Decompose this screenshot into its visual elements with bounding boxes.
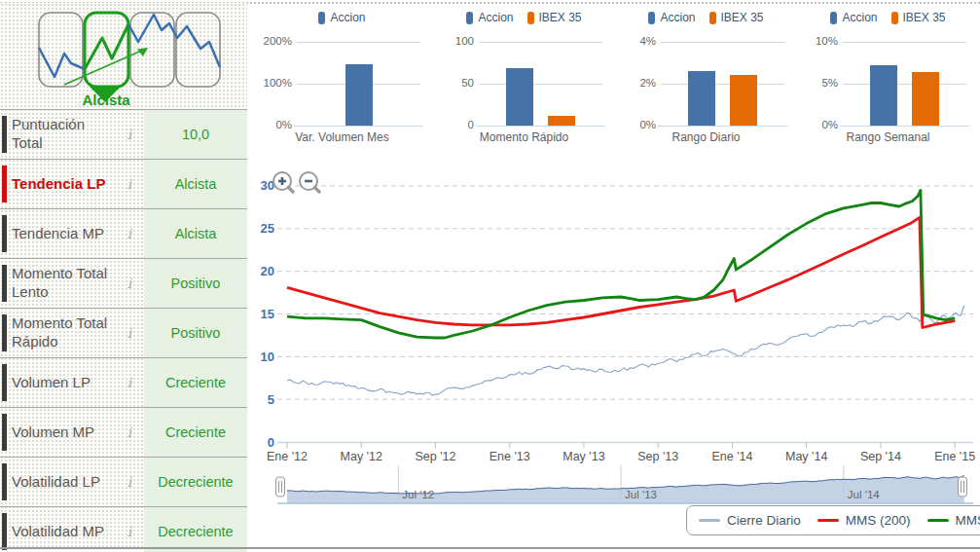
legend-item-accion[interactable]: Accion: [648, 11, 695, 24]
mini-chart-title: Var. Volumen Mes: [251, 130, 433, 144]
main-chart-canvas: 051015202530Ene '12May '12Sep '12Ene '13…: [251, 156, 980, 547]
gridline: [661, 84, 784, 85]
bar-ibex-35: [730, 75, 757, 126]
info-icon[interactable]: i: [117, 358, 142, 407]
mini-chart-legend: AccionIBEX 35: [433, 11, 615, 24]
legend-item-ibex-35[interactable]: IBEX 35: [709, 11, 764, 24]
score-value-momento-total-lento: Positivo: [144, 259, 247, 308]
legend-marker-icon: [648, 12, 655, 24]
legend-label: Accion: [478, 11, 513, 24]
gridline: [479, 84, 602, 85]
navigator-label: Jul '14: [848, 489, 880, 500]
chart-legend: Cierre DiarioMMS (200)MMS (40): [686, 505, 980, 535]
main-y-tick-label: 5: [268, 392, 274, 407]
score-value-tendencia-mp: Alcista: [144, 209, 247, 258]
legend-item-ibex-35[interactable]: IBEX 35: [891, 11, 946, 24]
gridline: [843, 84, 966, 85]
legend-line-marker-icon: [817, 519, 839, 522]
legend-label: IBEX 35: [539, 11, 582, 24]
trend-zigzag-blue-left: [39, 48, 85, 77]
main-x-tick-label: Ene '15: [934, 450, 975, 463]
score-label-volumen-lp: Volumen LP: [7, 358, 117, 407]
y-tick-label: 2%: [615, 77, 656, 89]
main-x-tick-label: May '12: [341, 450, 382, 463]
main-chart: 051015202530Ene '12May '12Sep '12Ene '13…: [251, 156, 980, 547]
score-row-volumen-lp: Volumen LPiCreciente: [0, 357, 247, 407]
mini-chart-legend: AccionIBEX 35: [615, 11, 797, 24]
score-label-momento-total-lento: Momento Total Lento: [7, 259, 117, 308]
info-icon[interactable]: i: [117, 458, 142, 506]
info-icon[interactable]: i: [117, 507, 142, 552]
mini-chart-var-volumen-mes: Accion200%100%0%Var. Volumen Mes: [251, 3, 433, 156]
info-icon[interactable]: i: [117, 408, 142, 457]
series-mms-200-: [287, 217, 955, 327]
legend-label: Accion: [842, 11, 877, 24]
legend-line-marker-icon: [699, 519, 720, 522]
legend-item-mms-200-[interactable]: MMS (200): [817, 513, 911, 528]
main-y-tick-label: 10: [261, 350, 274, 364]
main-x-tick-label: Sep '13: [637, 450, 678, 463]
score-value-tendencia-lp: Alcista: [144, 160, 247, 208]
bar-accion: [506, 68, 533, 126]
info-icon[interactable]: i: [117, 209, 142, 258]
navigator-handle-right[interactable]: [959, 477, 967, 497]
legend-item-mms-40-[interactable]: MMS (40): [927, 513, 980, 528]
score-value-momento-total-rapido: Positivo: [144, 309, 247, 357]
mini-chart-momento-rapido: AccionIBEX 35100500Momento Rápido: [433, 3, 615, 156]
y-tick-label: 0%: [615, 119, 656, 130]
legend-label: MMS (200): [846, 513, 911, 528]
bar-accion: [688, 71, 715, 126]
x-axis-line: [294, 126, 423, 127]
gridline: [297, 42, 420, 43]
navigator-handle-left[interactable]: [276, 477, 285, 497]
y-tick-label: 5%: [797, 77, 838, 89]
score-label-momento-total-rapido: Momento Total Rápido: [7, 309, 117, 357]
score-label-tendencia-mp: Tendencia MP: [7, 209, 117, 258]
main-x-tick-label: May '14: [785, 450, 827, 463]
main-y-tick-label: 30: [261, 178, 274, 193]
mini-chart-title: Rango Diario: [615, 130, 797, 144]
bar-ibex-35: [912, 72, 939, 126]
legend-marker-icon: [466, 12, 473, 24]
info-icon[interactable]: i: [117, 160, 142, 208]
trend-option-bajista-fuerte[interactable]: [39, 13, 83, 87]
bar-accion: [345, 64, 373, 126]
score-label-tendencia-lp: Tendencia LP: [7, 160, 117, 208]
info-icon[interactable]: i: [117, 259, 142, 308]
info-icon[interactable]: i: [117, 309, 142, 357]
legend-item-accion[interactable]: Accion: [466, 11, 513, 24]
y-tick-label: 50: [433, 77, 474, 89]
legend-item-cierre-diario[interactable]: Cierre Diario: [699, 513, 801, 528]
score-table: Puntuación Totali10,0Tendencia LPiAlcist…: [0, 109, 247, 548]
score-row-volatilidad-mp: Volatilidad MPiDecreciente: [0, 506, 247, 552]
mini-chart-title: Momento Rápido: [433, 130, 615, 144]
legend-item-accion[interactable]: Accion: [830, 11, 877, 24]
score-row-volatilidad-lp: Volatilidad LPiDecreciente: [0, 457, 247, 506]
main-y-tick-label: 20: [261, 264, 274, 278]
y-tick-label: 0%: [251, 119, 292, 130]
mini-chart-rango-diario: AccionIBEX 354%2%0%Rango Diario: [615, 3, 797, 156]
main-x-tick-label: May '13: [563, 450, 604, 463]
x-axis-line: [658, 126, 787, 127]
navigator-label: Jul '13: [625, 489, 657, 500]
score-row-momento-total-rapido: Momento Total RápidoiPositivo: [0, 308, 247, 357]
gridline: [843, 42, 966, 43]
legend-marker-icon: [318, 12, 325, 24]
score-row-tendencia-mp: Tendencia MPiAlcista: [0, 208, 247, 258]
y-tick-label: 0: [433, 119, 474, 130]
trend-selected-label: Alcista: [57, 92, 155, 108]
score-row-volumen-mp: Volumen MPiCreciente: [0, 407, 247, 457]
legend-label: IBEX 35: [903, 11, 946, 24]
info-icon[interactable]: i: [117, 110, 142, 159]
legend-item-accion[interactable]: Accion: [318, 11, 365, 24]
score-value-volatilidad-lp: Decreciente: [144, 458, 247, 506]
main-x-tick-label: Ene '12: [267, 450, 308, 463]
legend-item-ibex-35[interactable]: IBEX 35: [527, 11, 582, 24]
legend-label: Accion: [660, 11, 695, 24]
zoom-out-icon[interactable]: [300, 172, 319, 192]
score-value-volumen-lp: Creciente: [144, 358, 247, 407]
zoom-in-icon[interactable]: [273, 172, 293, 192]
score-row-puntuacion-total: Puntuación Totali10,0: [0, 109, 247, 159]
series-cierre-diario: [287, 306, 964, 395]
mini-chart-title: Rango Semanal: [797, 130, 979, 144]
